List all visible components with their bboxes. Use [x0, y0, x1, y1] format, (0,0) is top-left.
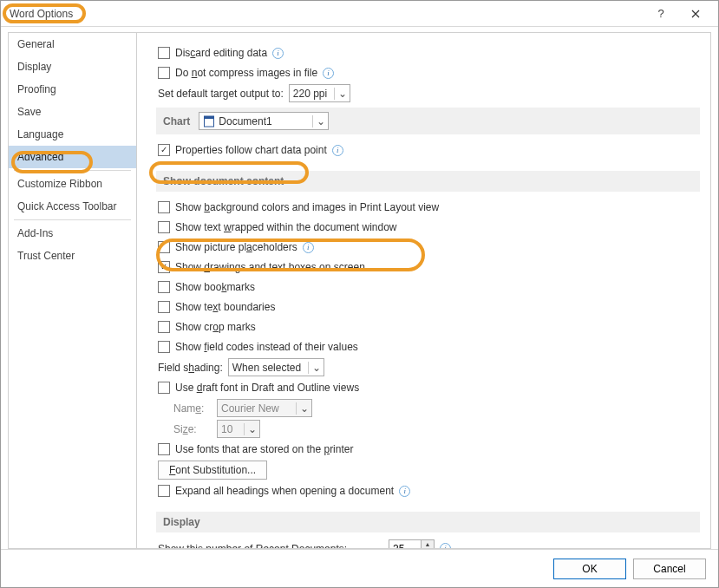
- dialog-footer: OK Cancel: [1, 549, 718, 587]
- select-value: Courier New: [221, 402, 279, 415]
- chevron-down-icon: ⌄: [308, 362, 320, 374]
- recent-docs-input[interactable]: [389, 540, 421, 548]
- label-properties-follow: Properties follow chart data point: [175, 144, 327, 156]
- checkbox-expand-headings[interactable]: [158, 485, 170, 497]
- section-label: Show document content: [163, 175, 284, 187]
- window-title: Word Options: [10, 8, 644, 20]
- sidebar-item-advanced[interactable]: Advanced: [9, 146, 136, 168]
- spinner-recent-docs[interactable]: ▲ ▼: [389, 539, 435, 548]
- label-default-output: Set default target output to:: [158, 88, 284, 100]
- sidebar-item-language[interactable]: Language: [9, 123, 136, 146]
- label-text-boundaries: Show text boundaries: [175, 301, 275, 313]
- info-icon[interactable]: [399, 486, 410, 497]
- help-button[interactable]: ?: [644, 2, 678, 26]
- label-recent-docs: Show this number of Recent Documents:: [158, 543, 383, 549]
- select-field-shading[interactable]: When selected ⌄: [228, 358, 324, 376]
- label-bookmarks: Show bookmarks: [175, 281, 255, 293]
- checkbox-printer-fonts[interactable]: [158, 443, 170, 455]
- sidebar-item-trust-center[interactable]: Trust Center: [9, 245, 136, 267]
- section-label: Chart: [163, 115, 190, 127]
- checkbox-no-compress[interactable]: [158, 67, 170, 79]
- label-bg-colors: Show background colors and images in Pri…: [175, 201, 439, 213]
- sidebar-item-customize-ribbon[interactable]: Customize Ribbon: [9, 173, 136, 195]
- checkbox-text-wrapped[interactable]: [158, 221, 170, 233]
- sidebar: General Display Proofing Save Language A…: [8, 32, 137, 549]
- checkbox-field-codes[interactable]: [158, 341, 170, 353]
- checkbox-picture-placeholders[interactable]: [158, 241, 170, 253]
- chevron-down-icon: ⌄: [312, 115, 324, 127]
- svg-rect-1: [205, 116, 214, 119]
- checkbox-bookmarks[interactable]: [158, 281, 170, 293]
- section-display: Display: [156, 512, 700, 532]
- document-icon: [203, 115, 215, 127]
- label-draft-font: Use draft font in Draft and Outline view…: [175, 382, 359, 394]
- button-font-substitution[interactable]: Font Substitution...: [158, 461, 267, 480]
- sidebar-item-general[interactable]: General: [9, 33, 136, 56]
- label-picture-placeholders: Show picture placeholders: [175, 241, 297, 253]
- info-icon[interactable]: [272, 48, 284, 59]
- select-value: 220 ppi: [293, 88, 327, 100]
- checkbox-drawings[interactable]: [158, 261, 170, 273]
- sidebar-item-addins[interactable]: Add-Ins: [9, 222, 136, 245]
- close-icon: [691, 10, 700, 18]
- sidebar-item-display[interactable]: Display: [9, 56, 136, 78]
- titlebar: Word Options ?: [1, 1, 718, 27]
- spin-up-icon[interactable]: ▲: [422, 540, 434, 548]
- sidebar-item-save[interactable]: Save: [9, 101, 136, 123]
- select-value: When selected: [232, 362, 301, 374]
- select-font-name: Courier New ⌄: [217, 399, 312, 417]
- close-button[interactable]: [678, 2, 713, 26]
- label-no-compress: Do not compress images in file: [175, 67, 317, 79]
- info-icon[interactable]: [303, 242, 314, 253]
- checkbox-crop-marks[interactable]: [158, 321, 170, 333]
- label-discard-editing: Discard editing data: [175, 47, 267, 59]
- section-chart: Chart Document1 ⌄: [156, 108, 700, 134]
- sidebar-item-proofing[interactable]: Proofing: [9, 78, 136, 101]
- checkbox-discard-editing[interactable]: [158, 47, 170, 59]
- section-label: Display: [163, 516, 200, 528]
- label-field-codes: Show field codes instead of their values: [175, 341, 358, 353]
- info-icon[interactable]: [332, 145, 343, 156]
- checkbox-text-boundaries[interactable]: [158, 301, 170, 313]
- label-font-name: Name:: [173, 402, 212, 415]
- label-crop-marks: Show crop marks: [175, 321, 256, 333]
- info-icon[interactable]: [440, 543, 451, 548]
- chevron-down-icon: ⌄: [296, 402, 308, 415]
- label-field-shading: Field shading:: [158, 362, 223, 374]
- label-font-size: Size:: [173, 423, 212, 435]
- checkbox-bg-colors[interactable]: [158, 201, 170, 213]
- content-pane: Discard editing data Do not compress ima…: [137, 33, 710, 548]
- sidebar-item-quick-access[interactable]: Quick Access Toolbar: [9, 195, 136, 218]
- label-text-wrapped: Show text wrapped within the document wi…: [175, 221, 396, 233]
- chevron-down-icon: ⌄: [244, 423, 256, 435]
- select-chart-document[interactable]: Document1 ⌄: [199, 112, 329, 130]
- label-drawings: Show drawings and text boxes on screen: [175, 261, 365, 273]
- select-font-size: 10 ⌄: [217, 420, 260, 438]
- label-printer-fonts: Use fonts that are stored on the printer: [175, 443, 353, 455]
- ok-button[interactable]: OK: [553, 559, 626, 579]
- select-value: Document1: [219, 115, 271, 127]
- select-default-output[interactable]: 220 ppi ⌄: [289, 84, 350, 102]
- checkbox-draft-font[interactable]: [158, 382, 170, 394]
- checkbox-properties-follow[interactable]: [158, 144, 170, 156]
- cancel-button[interactable]: Cancel: [633, 559, 706, 579]
- sidebar-separator: [14, 219, 131, 220]
- info-icon[interactable]: [323, 68, 334, 79]
- sidebar-separator: [14, 170, 131, 171]
- label-expand-headings: Expand all headings when opening a docum…: [175, 485, 394, 497]
- select-value: 10: [221, 423, 232, 435]
- section-show-document-content: Show document content: [156, 171, 700, 192]
- chevron-down-icon: ⌄: [334, 88, 346, 100]
